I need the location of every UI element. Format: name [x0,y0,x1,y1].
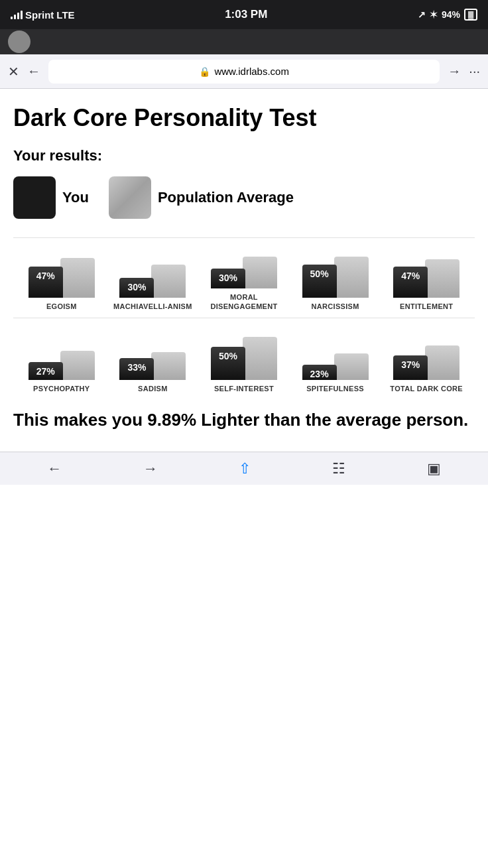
population-bar [151,352,186,380]
bar-category-label: SELF-INTEREST [214,384,274,393]
pct-label: 47% [36,271,55,281]
population-bar [425,345,459,380]
more-button[interactable]: ··· [469,64,480,79]
legend-you-box [13,176,56,219]
nav-bookmark-button[interactable]: ☷ [323,455,355,483]
bar-item: 30%MACHIAVELLI-ANISM [113,258,192,311]
pct-label: 50% [219,351,237,361]
nav-back-button[interactable]: ← [38,455,71,483]
population-bar [425,259,459,298]
profile-strip [0,29,488,54]
browser-chrome: ✕ ← 🔒 www.idrlabs.com → ··· [0,54,488,89]
bluetooth-icon: ✶ [430,9,438,20]
population-bar [243,257,277,288]
back-button[interactable]: ← [27,64,40,79]
bar-category-label: MORAL DISENGAGEMENT [204,292,284,312]
chart-2: 27%PSYCHOPATHY33%SADISM50%SELF-INTEREST2… [13,330,475,393]
battery-icon: ▓ [464,9,477,21]
bar-item: 37%TOTAL DARK CORE [387,339,466,393]
status-left: Sprint LTE [11,9,75,21]
you-bar: 27% [29,362,63,380]
you-bar: 50% [211,347,245,380]
nav-tabs-button[interactable]: ▣ [418,455,450,483]
chart2-row: 27%PSYCHOPATHY33%SADISM50%SELF-INTEREST2… [13,330,475,393]
legend: You Population Average [13,176,475,219]
you-bar: 50% [302,265,337,298]
bar-category-label: MACHIAVELLI-ANISM [113,302,192,311]
time-display: 1:03 PM [225,8,267,21]
bar-category-label: EGOISM [46,302,77,311]
population-bar [60,351,95,380]
pct-label: 27% [36,366,55,377]
bar-item: 23%SPITEFULNESS [296,347,375,393]
page-title: Dark Core Personality Test [13,105,475,131]
pct-label: 47% [401,271,420,281]
bar-category-label: PSYCHOPATHY [33,384,90,393]
population-bar [243,337,277,380]
pct-label: 30% [127,282,146,292]
divider-1 [13,237,475,238]
url-bar[interactable]: 🔒 www.idrlabs.com [48,60,440,84]
results-heading: Your results: [13,147,475,164]
population-bar [151,265,186,298]
bar-category-label: NARCISSISM [312,302,359,311]
bottom-text: This makes you 9.89% Lighter than the av… [13,409,475,432]
you-bar: 23% [302,365,337,380]
bar-category-label: SADISM [138,384,168,393]
bar-category-label: TOTAL DARK CORE [390,384,463,393]
you-bar: 30% [211,269,245,288]
bar-item: 30%MORAL DISENGAGEMENT [204,250,284,312]
close-button[interactable]: ✕ [8,64,19,80]
bar-item: 47%EGOISM [22,251,101,311]
signal-icon [11,10,23,19]
pct-label: 23% [310,369,329,379]
divider-2 [13,318,475,318]
pct-label: 33% [127,362,146,373]
url-text: www.idrlabs.com [214,66,289,77]
legend-avg-box [109,176,151,219]
legend-you: You [13,176,89,219]
bar-item: 50%SELF-INTEREST [204,330,284,393]
you-bar: 47% [29,267,63,298]
chart-1: 47%EGOISM30%MACHIAVELLI-ANISM30%MORAL DI… [13,250,475,312]
legend-avg: Population Average [109,176,294,219]
bar-item: 50%NARCISSISM [296,250,375,311]
nav-forward-button[interactable]: → [134,455,167,483]
battery-label: 94% [442,9,460,20]
population-bar [334,257,369,298]
pct-label: 30% [219,273,237,283]
forward-button[interactable]: → [448,64,461,79]
chart1-row: 47%EGOISM30%MACHIAVELLI-ANISM30%MORAL DI… [13,250,475,312]
carrier-label: Sprint [25,9,54,21]
bottom-nav: ← → ⇧ ☷ ▣ [0,452,488,485]
bar-item: 47%ENTITLEMENT [387,253,466,311]
legend-avg-label: Population Average [158,189,294,206]
pct-label: 50% [310,269,329,279]
you-bar: 33% [119,358,154,380]
location-icon: ↗ [418,9,426,20]
legend-you-label: You [62,189,89,206]
lock-icon: 🔒 [199,66,210,77]
you-bar: 47% [393,267,428,298]
bar-category-label: ENTITLEMENT [400,302,453,311]
you-bar: 37% [393,355,428,380]
bar-category-label: SPITEFULNESS [306,384,364,393]
bar-item: 33%SADISM [113,345,192,393]
population-bar [60,258,95,298]
status-bar: Sprint LTE 1:03 PM ↗ ✶ 94% ▓ [0,0,488,29]
status-right: ↗ ✶ 94% ▓ [418,9,477,21]
pct-label: 37% [401,359,420,370]
you-bar: 30% [119,278,154,298]
page-content: Dark Core Personality Test Your results:… [0,89,488,452]
avatar [8,31,30,53]
bar-item: 27%PSYCHOPATHY [22,344,101,393]
nav-share-button[interactable]: ⇧ [229,455,260,483]
network-label: LTE [56,9,74,21]
population-bar [334,353,369,380]
